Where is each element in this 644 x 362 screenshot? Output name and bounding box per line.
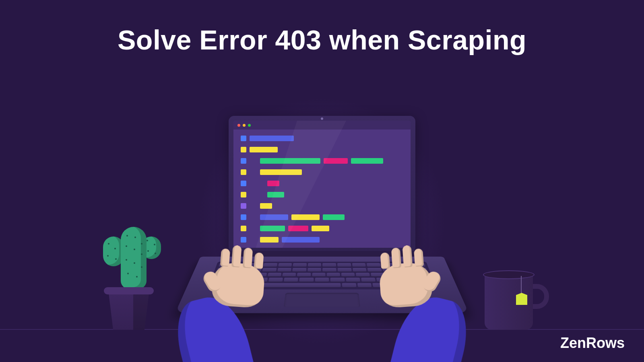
close-icon — [237, 124, 240, 127]
code-line — [241, 202, 403, 210]
code-block — [241, 134, 403, 248]
code-line — [241, 179, 403, 187]
trackpad — [284, 293, 360, 307]
cactus-illustration — [89, 201, 169, 330]
maximize-icon — [248, 124, 251, 127]
left-arm — [165, 254, 278, 362]
page-title: Solve Error 403 when Scraping — [0, 24, 644, 56]
brand-logo: ZenRows — [560, 335, 625, 352]
code-line — [241, 247, 403, 248]
tea-tag-icon — [516, 293, 527, 305]
code-line — [241, 236, 403, 244]
code-line — [241, 146, 403, 154]
laptop-screen — [229, 116, 415, 253]
window-titlebar — [233, 121, 411, 130]
mug-illustration — [479, 261, 551, 330]
code-line — [241, 191, 403, 199]
code-line — [241, 134, 403, 142]
camera-icon — [321, 117, 323, 120]
code-line — [241, 213, 403, 221]
right-arm — [366, 254, 479, 362]
code-line — [241, 224, 403, 232]
code-line — [241, 168, 403, 176]
minimize-icon — [243, 124, 246, 127]
code-line — [241, 157, 403, 165]
